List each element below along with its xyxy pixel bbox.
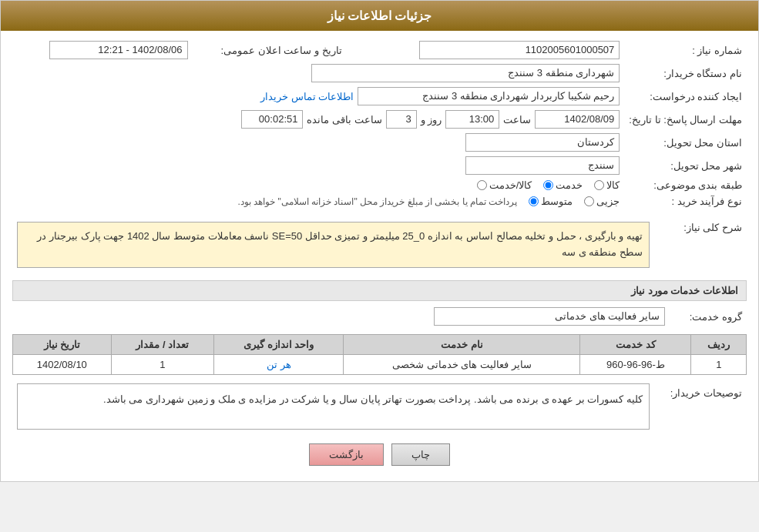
province-field: کردستان [465, 133, 620, 152]
col-date: تاریخ نیاز [13, 335, 112, 355]
category-kala-khedmat-item: کالا/خدمت [477, 179, 532, 191]
province-row: استان محل تحویل: کردستان [12, 131, 747, 154]
city-field: سنندج [465, 156, 620, 175]
announce-label: تاریخ و ساعت اعلان عمومی: [193, 38, 347, 62]
col-service-code: کد خدمت [580, 335, 691, 355]
page-header: جزئیات اطلاعات نیاز [1, 1, 758, 31]
buyer-org-label: نام دستگاه خریدار: [624, 62, 747, 85]
services-group-value: سایر فعالیت های خدماتی [12, 305, 670, 328]
purchase-type-motavasset-item: متوسط [529, 196, 573, 207]
announce-value: 1402/08/06 - 12:21 [12, 38, 193, 62]
info-table: شماره نیاز : 1102005601000507 تاریخ و سا… [12, 38, 747, 209]
category-kala-radio[interactable] [594, 180, 604, 190]
category-kala-khedmat-radio[interactable] [477, 180, 487, 190]
cell-service-code: ط-96-96-960 [580, 355, 691, 375]
items-header-row: ردیف کد خدمت نام خدمت واحد اندازه گیری ت… [13, 335, 747, 355]
services-group-table: گروه خدمت: سایر فعالیت های خدماتی [12, 305, 747, 328]
purchase-type-jozi-label: جزیی [596, 196, 620, 207]
buyer-org-field: شهرداری منطقه 3 سنندج [311, 64, 620, 82]
response-date-field: 1402/08/09 [535, 110, 620, 129]
purchase-type-motavasset-radio[interactable] [529, 196, 539, 206]
purchase-type-motavasset-label: متوسط [541, 196, 573, 207]
need-description-section: شرح کلی نیاز: تهیه و بارگیری ، حمل و تخل… [12, 216, 747, 274]
creator-label: ایجاد کننده درخواست: [624, 85, 747, 108]
category-label: طبقه بندی موضوعی: [624, 177, 747, 193]
buyer-desc-table: توصیحات خریدار: کلیه کسورات بر عهده ی بر… [12, 381, 747, 432]
buyer-org-value: شهرداری منطقه 3 سنندج [12, 62, 624, 85]
items-table: ردیف کد خدمت نام خدمت واحد اندازه گیری ت… [12, 334, 747, 375]
creator-contact-link[interactable]: اطلاعات تماس خریدار [260, 91, 354, 102]
announce-field: 1402/08/06 - 12:21 [49, 41, 188, 59]
purchase-type-note: پرداخت تمام یا بخشی از مبلغ خریداز محل "… [237, 196, 517, 207]
buyer-desc-box: کلیه کسورات بر عهده ی برنده می باشد. پرد… [17, 383, 650, 430]
main-content: شماره نیاز : 1102005601000507 تاریخ و سا… [1, 31, 758, 481]
response-days-label: روز و [421, 114, 442, 125]
col-qty: تعداد / مقدار [111, 335, 213, 355]
city-row: شهر محل تحویل: سنندج [12, 154, 747, 177]
need-number-value: 1102005601000507 [370, 38, 625, 62]
need-description-label: شرح کلی نیاز: [654, 216, 747, 274]
creator-row: ایجاد کننده درخواست: رحیم شکیبا کاربردار… [12, 85, 747, 108]
response-date-value: 1402/08/09 ساعت 13:00 روز و 3 ساعت باقی … [12, 108, 624, 131]
purchase-type-jozi-item: جزیی [584, 196, 620, 207]
cell-qty: 1 [111, 355, 213, 375]
back-button[interactable]: بازگشت [309, 443, 384, 466]
category-khedmat-label: خدمت [556, 179, 583, 191]
need-number-label: شماره نیاز : [624, 38, 747, 62]
services-group-row: گروه خدمت: سایر فعالیت های خدماتی [12, 305, 747, 328]
response-date-row: مهلت ارسال پاسخ: تا تاریخ: 1402/08/09 سا… [12, 108, 747, 131]
response-remaining-label: ساعت باقی مانده [307, 114, 381, 125]
table-row: 1 ط-96-96-960 سایر فعالیت های خدماتی شخص… [13, 355, 747, 375]
purchase-type-row: نوع فرآیند خرید : جزیی متوسط [12, 193, 747, 209]
response-date-label: مهلت ارسال پاسخ: تا تاریخ: [624, 108, 747, 131]
need-number-row: شماره نیاز : 1102005601000507 تاریخ و سا… [12, 38, 747, 62]
need-desc-table: شرح کلی نیاز: تهیه و بارگیری ، حمل و تخل… [12, 216, 747, 274]
category-kala-item: کالا [594, 179, 620, 191]
button-row: چاپ بازگشت [12, 443, 747, 466]
creator-field: رحیم شکیبا کاربردار شهرداری منطقه 3 سنند… [358, 87, 620, 105]
category-khedmat-radio[interactable] [543, 180, 553, 190]
purchase-type-value: جزیی متوسط پرداخت تمام یا بخشی از مبلغ خ… [12, 193, 624, 209]
col-unit: واحد اندازه گیری [214, 335, 344, 355]
page-wrapper: جزئیات اطلاعات نیاز شماره نیاز : 1102005… [0, 0, 759, 482]
buyer-desc-label: توصیحات خریدار: [654, 381, 747, 432]
city-value: سنندج [12, 154, 624, 177]
need-description-value: تهیه و بارگیری ، حمل و تخلیه مصالح اساس … [12, 216, 654, 274]
cell-row-num: 1 [691, 355, 747, 375]
purchase-type-label: نوع فرآیند خرید : [624, 193, 747, 209]
services-group-field: سایر فعالیت های خدماتی [434, 307, 665, 326]
cell-date: 1402/08/10 [13, 355, 112, 375]
category-row: طبقه بندی موضوعی: کالا خدمت کالا/خدمت [12, 177, 747, 193]
services-section-title: اطلاعات خدمات مورد نیاز [12, 280, 747, 301]
page-title: جزئیات اطلاعات نیاز [327, 9, 432, 22]
need-number-field: 1102005601000507 [419, 41, 620, 59]
buyer-org-row: نام دستگاه خریدار: شهرداری منطقه 3 سنندج [12, 62, 747, 85]
col-row-num: ردیف [691, 335, 747, 355]
response-remaining-field: 00:02:51 [241, 110, 303, 129]
province-value: کردستان [12, 131, 624, 154]
category-kala-khedmat-label: کالا/خدمت [489, 179, 532, 191]
items-table-header: ردیف کد خدمت نام خدمت واحد اندازه گیری ت… [13, 335, 747, 355]
buyer-desc-value: کلیه کسورات بر عهده ی برنده می باشد. پرد… [12, 381, 654, 432]
col-service-name: نام خدمت [344, 335, 580, 355]
need-description-box: تهیه و بارگیری ، حمل و تخلیه مصالح اساس … [17, 222, 650, 268]
creator-value: رحیم شکیبا کاربردار شهرداری منطقه 3 سنند… [12, 85, 624, 108]
response-time-label: ساعت [503, 114, 531, 125]
response-time-field: 13:00 [445, 110, 499, 129]
category-khedmat-item: خدمت [543, 179, 583, 191]
services-group-label: گروه خدمت: [670, 305, 747, 328]
purchase-type-jozi-radio[interactable] [584, 196, 594, 206]
cell-unit[interactable]: هر تن [214, 355, 344, 375]
cell-service-name: سایر فعالیت های خدماتی شخصی [344, 355, 580, 375]
city-label: شهر محل تحویل: [624, 154, 747, 177]
province-label: استان محل تحویل: [624, 131, 747, 154]
items-table-body: 1 ط-96-96-960 سایر فعالیت های خدماتی شخص… [13, 355, 747, 375]
response-days-field: 3 [386, 110, 417, 129]
print-button[interactable]: چاپ [391, 443, 450, 466]
category-options: کالا خدمت کالا/خدمت [12, 177, 624, 193]
buyer-desc-row: توصیحات خریدار: کلیه کسورات بر عهده ی بر… [12, 381, 747, 432]
need-desc-row: شرح کلی نیاز: تهیه و بارگیری ، حمل و تخل… [12, 216, 747, 274]
category-kala-label: کالا [606, 179, 620, 191]
